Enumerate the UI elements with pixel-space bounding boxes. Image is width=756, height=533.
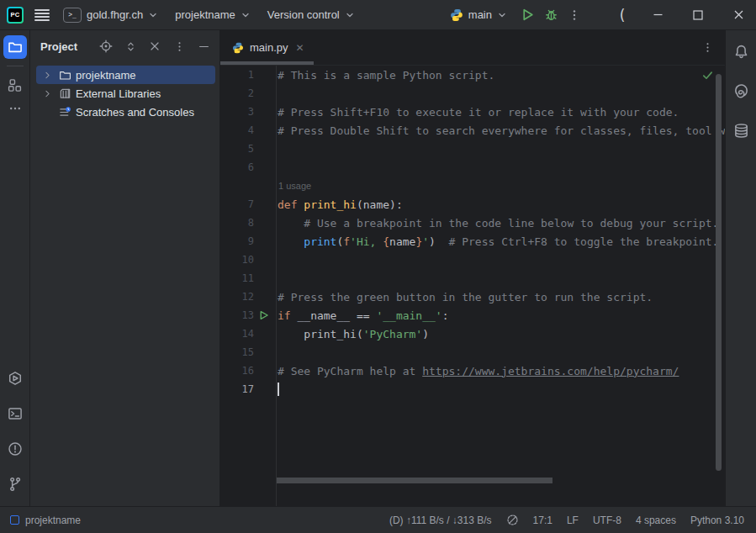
structure-toolwindow-button[interactable] (3, 73, 27, 97)
chevron-down-icon (148, 10, 158, 20)
tab-options-button[interactable] (701, 41, 714, 54)
expand-collapse-button[interactable] (123, 39, 138, 54)
gutter-line-7[interactable]: 7 (220, 198, 276, 210)
code-editor[interactable]: 1# This is a sample Python script.23# Pr… (220, 66, 725, 506)
code-line-text: # Press Shift+F10 to execute it or repla… (276, 106, 679, 119)
version-control-toolwindow-button[interactable] (3, 472, 27, 496)
encoding-widget[interactable]: UTF-8 (593, 515, 621, 526)
more-toolwindows-button[interactable] (3, 97, 27, 120)
chevron-right-icon[interactable] (40, 68, 54, 82)
project-toolwindow-button[interactable] (3, 35, 27, 59)
gutter-line-13[interactable]: 13 (220, 309, 276, 321)
folder-icon (58, 68, 71, 82)
notifications-button[interactable] (729, 40, 753, 63)
bug-icon (544, 8, 558, 22)
status-project-widget[interactable]: projektname (10, 515, 81, 526)
collapse-all-icon (149, 40, 161, 52)
gutter-line-17[interactable]: 17 (220, 383, 276, 395)
project-tree: projektname External Libraries Scratches… (30, 62, 219, 121)
select-opened-file-button[interactable] (98, 39, 114, 54)
problems-toolwindow-button[interactable] (3, 437, 27, 461)
run-configuration-selector[interactable]: main (450, 8, 507, 22)
code-line-9: 9 print(f'Hi, {name}') # Press Ctrl+F8 t… (220, 232, 725, 251)
interpreter-widget[interactable]: Python 3.10 (690, 515, 744, 526)
vertical-scrollbar-thumb[interactable] (716, 74, 722, 471)
network-speed-widget[interactable]: (D) ↑111 B/s / ↓313 B/s (389, 515, 492, 526)
code-line-text: # Press Double Shift to search everywher… (276, 124, 725, 137)
git-branch-icon (8, 477, 23, 492)
code-line-11: 11 (220, 269, 725, 288)
close-button[interactable] (724, 3, 753, 28)
window-shade-icon[interactable]: ( (608, 3, 637, 28)
hide-panel-button[interactable] (196, 39, 211, 54)
collapse-all-button[interactable] (147, 39, 162, 54)
line-number: 3 (220, 106, 254, 118)
gutter-line-11[interactable]: 11 (220, 272, 276, 284)
gutter-line-2[interactable]: 2 (220, 87, 276, 99)
ai-assistant-button[interactable] (729, 79, 753, 103)
line-ending-widget[interactable]: LF (567, 515, 579, 526)
tab-main-py[interactable]: main.py ✕ (220, 30, 315, 65)
highlighting-level-button[interactable] (506, 514, 519, 526)
gutter-line-1[interactable]: 1 (220, 69, 276, 81)
problems-icon (8, 441, 23, 456)
debug-button[interactable] (539, 3, 563, 27)
project-selector-label: projektname (175, 8, 235, 21)
maximize-icon (693, 10, 703, 20)
services-toolwindow-button[interactable] (3, 367, 27, 390)
gutter-line-8[interactable]: 8 (220, 217, 276, 229)
gutter-line-9[interactable]: 9 (220, 235, 276, 247)
gutter-line-12[interactable]: 12 (220, 291, 276, 303)
gutter-line-15[interactable]: 15 (220, 346, 276, 358)
libraries-icon (58, 87, 71, 100)
gutter-line-10[interactable]: 10 (220, 254, 276, 266)
horizontal-scrollbar-thumb[interactable] (277, 478, 552, 483)
gutter-line-14[interactable]: 14 (220, 328, 276, 340)
main-menu-icon[interactable] (34, 9, 50, 21)
minimize-button[interactable] (643, 3, 672, 28)
more-actions-button[interactable] (563, 3, 586, 27)
panel-options-button[interactable] (172, 39, 187, 54)
maximize-button[interactable] (684, 3, 712, 28)
tab-close-icon[interactable]: ✕ (294, 40, 306, 55)
line-number: 12 (220, 291, 254, 303)
chevron-right-icon[interactable] (40, 87, 54, 100)
code-line-16: 16# See PyCharm help at https://www.jetb… (220, 361, 725, 380)
gutter-line-5[interactable]: 5 (220, 143, 276, 155)
run-line-button[interactable] (254, 310, 274, 320)
remote-host-selector[interactable]: >_ gold.fhgr.ch (63, 8, 158, 23)
terminal-toolwindow-button[interactable] (3, 402, 27, 425)
code-line-7: 7def print_hi(name): (220, 195, 725, 214)
caret-position-widget[interactable]: 17:1 (533, 515, 552, 526)
version-control-widget[interactable]: Version control (267, 8, 355, 21)
gutter-line-16[interactable]: 16 (220, 365, 276, 377)
indent-widget[interactable]: 4 spaces (636, 515, 676, 526)
line-number: 6 (220, 161, 254, 173)
line-number: 8 (220, 217, 254, 229)
terminal-chip-icon: >_ (63, 8, 82, 23)
code-line-text: # This is a sample Python script. (276, 69, 494, 82)
line-number: 1 (220, 69, 254, 81)
tree-item-projektname[interactable]: projektname (36, 66, 215, 84)
line-number: 2 (220, 87, 254, 99)
gutter-line-4[interactable]: 4 (220, 124, 276, 136)
play-icon (521, 8, 535, 22)
usage-inlay-hint[interactable]: 1 usage (220, 177, 725, 195)
run-button[interactable] (515, 3, 539, 27)
status-project-label: projektname (25, 515, 81, 526)
project-selector[interactable]: projektname (175, 8, 251, 21)
tree-item-label: External Libraries (76, 87, 161, 100)
inspection-ok-icon[interactable] (701, 69, 714, 82)
database-button[interactable] (729, 119, 753, 142)
gutter-line-6[interactable]: 6 (220, 161, 276, 173)
tree-item-label: projektname (76, 69, 136, 82)
gutter-line-3[interactable]: 3 (220, 106, 276, 118)
line-number: 15 (220, 346, 254, 358)
line-number: 9 (220, 235, 254, 247)
tab-strip-scrollbar[interactable] (220, 61, 314, 65)
code-line-14: 14 print_hi('PyCharm') (220, 325, 725, 343)
tab-label: main.py (250, 41, 288, 54)
tree-item-scratches[interactable]: Scratches and Consoles (36, 103, 215, 121)
tree-item-external-libraries[interactable]: External Libraries (36, 84, 215, 103)
line-number: 13 (220, 309, 254, 321)
